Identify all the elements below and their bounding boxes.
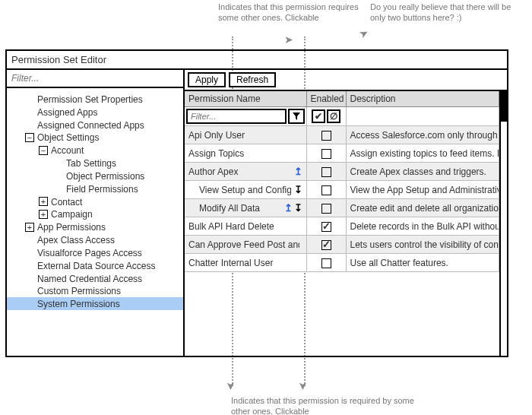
tree-item[interactable]: Named Credential Access: [7, 272, 183, 285]
permission-name: View Setup and Config: [199, 185, 291, 195]
tree-item[interactable]: Object Permissions: [7, 169, 183, 182]
annotation-requires-others: Indicates that this permission requires …: [218, 2, 370, 24]
tree-item[interactable]: +Campaign: [7, 208, 183, 220]
permission-name: Author Apex: [188, 166, 238, 177]
tree-item[interactable]: +Contact: [7, 195, 183, 208]
collapse-icon[interactable]: −: [25, 133, 34, 142]
refresh-button[interactable]: Refresh: [229, 72, 276, 87]
tree-item-label: Apex Class Access: [37, 235, 115, 246]
col-header-desc[interactable]: Description: [346, 91, 499, 107]
permission-row: Chatter Internal UserUse all Chatter fea…: [185, 254, 499, 272]
enabled-checkbox[interactable]: [321, 149, 331, 159]
enabled-checkbox[interactable]: [321, 167, 331, 177]
sidebar-tree: Permission Set PropertiesAssigned AppsAs…: [7, 88, 183, 356]
scrollbar-thumb[interactable]: [501, 91, 507, 122]
expander-spacer: [54, 172, 63, 181]
tree-item[interactable]: Assigned Connected Apps: [7, 119, 183, 131]
tree-item[interactable]: Apex Class Access: [7, 233, 183, 246]
tree-item-label: Visualforce Pages Access: [37, 248, 142, 258]
expander-spacer: [25, 95, 34, 104]
permission-name: Chatter Internal User: [188, 258, 273, 268]
permission-description: View the App Setup and Administrative S: [346, 181, 499, 199]
permission-description: Delete records in the Bulk API without s: [346, 217, 499, 236]
tree-item[interactable]: Custom Permissions: [7, 284, 183, 297]
tree-item[interactable]: Visualforce Pages Access: [7, 246, 183, 259]
permission-row: Can Approve Feed Post and CoLets users c…: [185, 236, 499, 254]
permission-name: Api Only User: [188, 130, 245, 141]
enabled-checkbox[interactable]: [321, 222, 331, 232]
permission-description: Create Apex classes and triggers.: [346, 163, 499, 181]
tree-item[interactable]: External Data Source Access: [7, 259, 183, 272]
tree-item-label: Contact: [51, 196, 82, 207]
requires-permissions-icon[interactable]: ↥: [284, 203, 293, 213]
arrowhead-icon: ➤: [284, 33, 293, 46]
tree-item[interactable]: −Object Settings: [7, 131, 183, 144]
tree-item[interactable]: −Account: [7, 144, 183, 157]
expander-spacer: [25, 249, 34, 258]
expander-spacer: [54, 159, 63, 168]
tree-item[interactable]: +App Permissions: [7, 220, 183, 233]
enabled-checkbox[interactable]: [321, 204, 331, 214]
expand-icon[interactable]: +: [25, 223, 34, 232]
arrowhead-icon: ➤: [297, 382, 309, 391]
enabled-checkbox[interactable]: [321, 258, 331, 268]
required-by-permissions-icon[interactable]: ↧: [294, 185, 302, 195]
sidebar: Permission Set PropertiesAssigned AppsAs…: [7, 70, 185, 356]
apply-button[interactable]: Apply: [188, 72, 226, 87]
tree-item-label: System Permissions: [37, 299, 120, 309]
enabled-filter-checked[interactable]: ✔: [312, 109, 325, 123]
tree-item-label: Object Permissions: [66, 171, 144, 182]
expander-spacer: [54, 185, 63, 194]
enabled-checkbox[interactable]: [321, 131, 331, 141]
collapse-icon[interactable]: −: [39, 146, 48, 155]
expander-spacer: [25, 120, 34, 129]
tree-item[interactable]: Permission Set Properties: [7, 93, 183, 106]
expander-spacer: [25, 236, 34, 245]
tree-item-label: Account: [51, 145, 84, 156]
permission-description: Assign existing topics to feed items. Re: [346, 144, 499, 163]
tree-item-label: Campaign: [51, 209, 93, 220]
tree-item[interactable]: System Permissions: [7, 297, 183, 310]
requires-permissions-icon[interactable]: ↥: [294, 166, 302, 176]
permission-description: Access Salesforce.com only through a S: [346, 126, 499, 144]
sidebar-filter-input[interactable]: [7, 70, 183, 87]
tree-item-label: Tab Settings: [66, 158, 116, 169]
enabled-filter-unchecked[interactable]: ∅: [327, 109, 340, 123]
permission-description: Use all Chatter features.: [346, 254, 499, 272]
tree-item-label: Named Credential Access: [37, 273, 142, 284]
expander-spacer: [25, 261, 34, 271]
tree-item[interactable]: Tab Settings: [7, 157, 183, 169]
tree-item-label: App Permissions: [37, 222, 106, 233]
permission-name-filter-input[interactable]: [186, 109, 287, 124]
expand-icon[interactable]: +: [39, 197, 48, 206]
permission-set-editor: Permission Set Editor Permission Set Pro…: [5, 49, 508, 357]
expander-spacer: [25, 299, 34, 309]
tree-item[interactable]: Field Permissions: [7, 182, 183, 195]
arrowhead-icon: ➤: [357, 26, 371, 41]
permission-row: Modify All Data↥↧Create edit and delete …: [185, 199, 499, 217]
expander-spacer: [25, 287, 34, 296]
expander-spacer: [25, 108, 34, 117]
tree-item[interactable]: Assigned Apps: [7, 106, 183, 119]
tree-item-label: Object Settings: [37, 132, 99, 143]
permission-row: Assign TopicsAssign existing topics to f…: [185, 144, 499, 163]
permission-description: Lets users control the visibility of con…: [346, 236, 499, 254]
tree-item-label: External Data Source Access: [37, 261, 155, 271]
required-by-permissions-icon[interactable]: ↧: [294, 203, 302, 213]
tree-item-label: Custom Permissions: [37, 286, 121, 296]
expand-icon[interactable]: +: [39, 210, 48, 219]
permission-grid: Permission Name Enabled Description: [185, 91, 507, 356]
permission-name-filter-button[interactable]: [288, 109, 305, 124]
arrowhead-icon: ➤: [225, 382, 237, 391]
col-header-name[interactable]: Permission Name: [185, 91, 306, 107]
permission-name: Can Approve Feed Post and Co: [188, 239, 299, 250]
enabled-checkbox[interactable]: [321, 185, 331, 195]
sidebar-filter-wrap: [7, 70, 183, 88]
main-panel: Apply Refresh Permission Name Enabled De…: [185, 70, 507, 356]
grid-scrollbar[interactable]: [499, 91, 507, 356]
enabled-checkbox[interactable]: [321, 240, 331, 250]
tree-item-label: Permission Set Properties: [37, 94, 143, 105]
funnel-icon: [292, 112, 301, 121]
col-header-enabled[interactable]: Enabled: [306, 91, 346, 107]
permission-name: Assign Topics: [188, 148, 244, 159]
